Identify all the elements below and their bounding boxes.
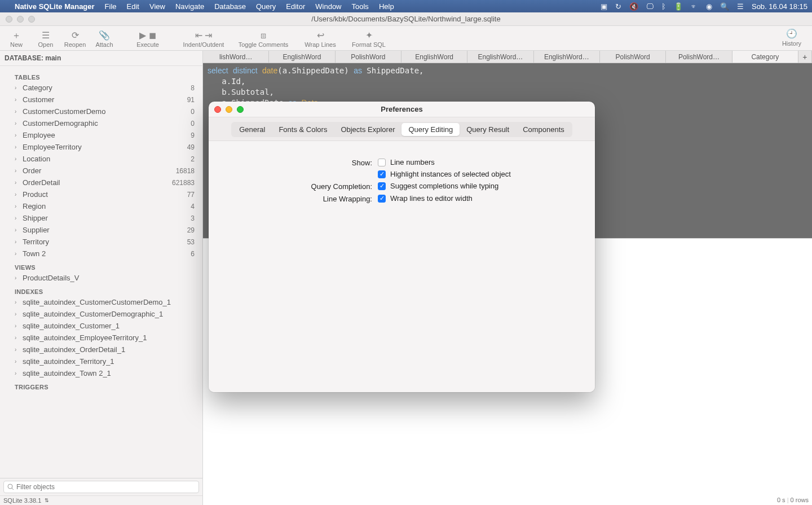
table-item[interactable]: ›Town 26	[0, 248, 202, 260]
menu-view[interactable]: View	[149, 2, 165, 11]
new-tab-button[interactable]: +	[798, 51, 812, 63]
table-item[interactable]: ›Region4	[0, 200, 202, 212]
query-tab[interactable]: lishWord…	[203, 51, 269, 63]
mute-icon[interactable]: 🔇	[629, 2, 638, 11]
display-icon[interactable]: 🖵	[646, 2, 654, 11]
query-tab[interactable]: Category	[732, 51, 798, 63]
sidebar-tree[interactable]: TABLES ›Category8›Customer91›CustomerCus…	[0, 66, 202, 478]
history-button[interactable]: 🕘History	[775, 28, 809, 47]
toggle-comments-button[interactable]: ⧆Toggle Comments	[232, 28, 294, 51]
prefs-title: Preferences	[209, 105, 595, 113]
menubar-clock[interactable]: Sob. 16.04 18:15	[752, 2, 807, 11]
table-item[interactable]: ›Order16818	[0, 165, 202, 177]
index-item[interactable]: ›sqlite_autoindex_Town 2_1	[0, 367, 202, 379]
filter-bar	[0, 478, 202, 495]
section-tables: TABLES	[0, 69, 202, 82]
prefs-tab[interactable]: General	[232, 123, 272, 136]
menu-database[interactable]: Database	[214, 2, 246, 11]
screen-icon[interactable]: ▣	[601, 2, 607, 11]
user-icon[interactable]: ◉	[706, 2, 712, 11]
table-item[interactable]: ›CustomerCustomerDemo0	[0, 106, 202, 117]
prefs-tab[interactable]: Query Result	[460, 123, 516, 136]
index-item[interactable]: ›sqlite_autoindex_CustomerCustomerDemo_1	[0, 296, 202, 308]
spotlight-icon[interactable]: 🔍	[720, 2, 729, 11]
prefs-checkbox-row[interactable]: Suggest completions while typing	[378, 182, 498, 190]
timemachine-icon[interactable]: ↻	[615, 2, 621, 11]
query-tab[interactable]: PolishWord	[600, 51, 666, 63]
query-tab[interactable]: PolishWord…	[666, 51, 732, 63]
table-item[interactable]: ›CustomerDemographic0	[0, 117, 202, 129]
table-item[interactable]: ›Employee9	[0, 129, 202, 141]
filter-input[interactable]	[3, 481, 199, 493]
reopen-button[interactable]: ⟳Reopen	[62, 28, 88, 51]
app-name[interactable]: Native SQLite Manager	[15, 2, 95, 11]
menubar-right: ▣ ↻ 🔇 🖵 ᛒ 🔋 ᯤ ◉ 🔍 ☰ Sob. 16.04 18:15	[601, 2, 807, 11]
prefs-tab[interactable]: Query Editing	[401, 123, 460, 136]
indent-outdent-button[interactable]: ⇤ ⇥Indent/Outdent	[178, 28, 229, 51]
menu-query[interactable]: Query	[256, 2, 276, 11]
menu-help[interactable]: Help	[379, 2, 394, 11]
query-tab[interactable]: EnglishWord…	[534, 51, 600, 63]
bluetooth-icon[interactable]: ᛒ	[661, 2, 666, 11]
chevron-right-icon: ›	[15, 346, 19, 353]
table-item[interactable]: ›EmployeeTerritory49	[0, 141, 202, 153]
prefs-checkbox-row[interactable]: Wrap lines to editor width	[378, 194, 473, 203]
view-item[interactable]: ›ProductDetails_V	[0, 272, 202, 284]
table-count: 4	[191, 203, 195, 210]
sqlite-version: SQLite 3.38.1	[3, 497, 41, 504]
checkbox-icon[interactable]	[378, 182, 386, 190]
checkbox-label: Suggest completions while typing	[390, 182, 498, 190]
query-tab[interactable]: PolishWord	[336, 51, 401, 63]
query-tab[interactable]: EnglishWord…	[467, 51, 533, 63]
menu-window[interactable]: Window	[315, 2, 341, 11]
prefs-group-label: Show:	[226, 158, 378, 167]
index-item[interactable]: ›sqlite_autoindex_Customer_1	[0, 320, 202, 332]
battery-icon[interactable]: 🔋	[674, 2, 683, 11]
sparkle-icon: ✦	[365, 31, 373, 40]
index-item[interactable]: ›sqlite_autoindex_CustomerDemographic_1	[0, 308, 202, 320]
menu-editor[interactable]: Editor	[286, 2, 305, 11]
query-tab[interactable]: EnglishWord	[401, 51, 467, 63]
prefs-tab[interactable]: Fonts & Colors	[272, 123, 334, 136]
chevron-right-icon: ›	[15, 358, 19, 365]
table-count: 9	[191, 131, 195, 139]
wrap-lines-button[interactable]: ↩Wrap Lines	[298, 28, 343, 51]
dropdown-icon[interactable]: ⇅	[45, 498, 49, 503]
table-item[interactable]: ›OrderDetail621883	[0, 177, 202, 188]
prefs-tab[interactable]: Objects Explorer	[334, 123, 401, 136]
table-item[interactable]: ›Shipper3	[0, 212, 202, 224]
table-count: 91	[187, 96, 195, 104]
index-item[interactable]: ›sqlite_autoindex_Territory_1	[0, 355, 202, 367]
wifi-icon[interactable]: ᯤ	[691, 2, 698, 11]
prefs-checkbox-row[interactable]: Line numbers	[378, 158, 511, 166]
checkbox-icon[interactable]	[378, 195, 386, 203]
query-tab[interactable]: EnglishWord	[269, 51, 335, 63]
checkbox-icon[interactable]	[378, 170, 386, 178]
table-item[interactable]: ›Category8	[0, 82, 202, 94]
new-button[interactable]: ＋New	[3, 28, 29, 51]
preferences-dialog: Preferences GeneralFonts & ColorsObjects…	[209, 102, 595, 392]
prefs-tab[interactable]: Components	[516, 123, 571, 136]
table-item[interactable]: ›Customer91	[0, 94, 202, 106]
menu-navigate[interactable]: Navigate	[175, 2, 204, 11]
table-name: Supplier	[23, 226, 184, 234]
open-button[interactable]: ☰Open	[33, 28, 59, 51]
table-item[interactable]: ›Territory53	[0, 236, 202, 248]
attach-button[interactable]: 📎Attach	[91, 28, 117, 51]
checkbox-icon[interactable]	[378, 159, 386, 166]
menu-file[interactable]: File	[105, 2, 117, 11]
list-icon: ☰	[42, 31, 50, 40]
execute-button[interactable]: ▶ ◼Execute	[131, 28, 165, 51]
menu-tools[interactable]: Tools	[352, 2, 369, 11]
index-item[interactable]: ›sqlite_autoindex_EmployeeTerritory_1	[0, 332, 202, 344]
menu-edit[interactable]: Edit	[127, 2, 139, 11]
table-item[interactable]: ›Product77	[0, 188, 202, 200]
control-center-icon[interactable]: ☰	[737, 2, 744, 11]
format-sql-button[interactable]: ✦Format SQL	[346, 28, 391, 51]
table-item[interactable]: ›Supplier29	[0, 224, 202, 236]
prefs-checkbox-row[interactable]: Highlight instances of selected object	[378, 170, 511, 178]
index-item[interactable]: ›sqlite_autoindex_OrderDetail_1	[0, 344, 202, 355]
table-item[interactable]: ›Location2	[0, 153, 202, 165]
table-name: CustomerCustomerDemo	[23, 107, 187, 116]
table-count: 0	[191, 120, 195, 128]
